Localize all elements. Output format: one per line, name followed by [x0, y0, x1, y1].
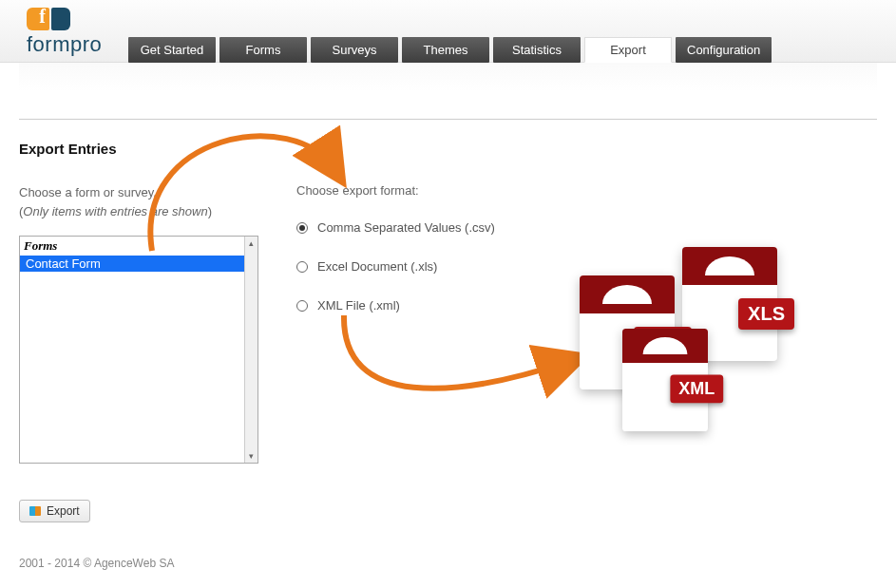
tab-export[interactable]: Export [584, 37, 672, 63]
listbox-header: Forms [20, 237, 257, 256]
form-listbox[interactable]: Forms Contact Form ▴ ▾ [19, 236, 258, 464]
brand-name: formpro [27, 32, 102, 57]
xml-badge: XML [670, 375, 723, 404]
radio-icon [296, 261, 308, 273]
tab-statistics[interactable]: Statistics [493, 37, 581, 63]
choose-form-note: Only items with entries are shown [23, 204, 207, 218]
topbar: formpro Get Started Forms Surveys Themes… [0, 0, 896, 63]
radio-icon [296, 300, 308, 312]
xls-badge: XLS [738, 298, 794, 330]
export-button[interactable]: Export [19, 500, 90, 522]
choose-form-label: Choose a form or survey. [19, 185, 157, 199]
brand-logo-icon [27, 8, 102, 30]
choose-form-hint: Choose a form or survey. (Only items wit… [19, 183, 258, 220]
form-picker-column: Choose a form or survey. (Only items wit… [19, 183, 258, 522]
listbox-scrollbar[interactable]: ▴ ▾ [244, 237, 257, 463]
format-option-label: Excel Document (.xls) [317, 259, 437, 274]
list-item[interactable]: Contact Form [20, 256, 257, 272]
tab-themes[interactable]: Themes [402, 37, 489, 63]
export-icon [29, 506, 41, 516]
format-option-csv[interactable]: Comma Separated Values (.csv) [296, 220, 877, 235]
format-option-label: Comma Separated Values (.csv) [317, 220, 495, 235]
export-button-label: Export [47, 504, 80, 518]
brand-logo: formpro [27, 8, 102, 57]
tab-forms[interactable]: Forms [219, 37, 307, 63]
subheader [19, 63, 877, 120]
page-title: Export Entries [19, 141, 877, 157]
xml-file-icon: XML [622, 329, 708, 431]
file-types-illustration: XLS CSV XML [580, 247, 808, 437]
choose-format-label: Choose export format: [296, 183, 877, 198]
format-option-label: XML File (.xml) [317, 298, 400, 313]
scroll-down-icon[interactable]: ▾ [245, 449, 257, 463]
tab-bar: Get Started Forms Surveys Themes Statist… [128, 37, 772, 63]
radio-icon [296, 222, 308, 234]
tab-configuration[interactable]: Configuration [676, 37, 772, 63]
tab-surveys[interactable]: Surveys [311, 37, 398, 63]
tab-get-started[interactable]: Get Started [128, 37, 216, 63]
scroll-up-icon[interactable]: ▴ [245, 237, 257, 250]
footer-copyright: 2001 - 2014 © AgenceWeb SA [0, 557, 896, 570]
